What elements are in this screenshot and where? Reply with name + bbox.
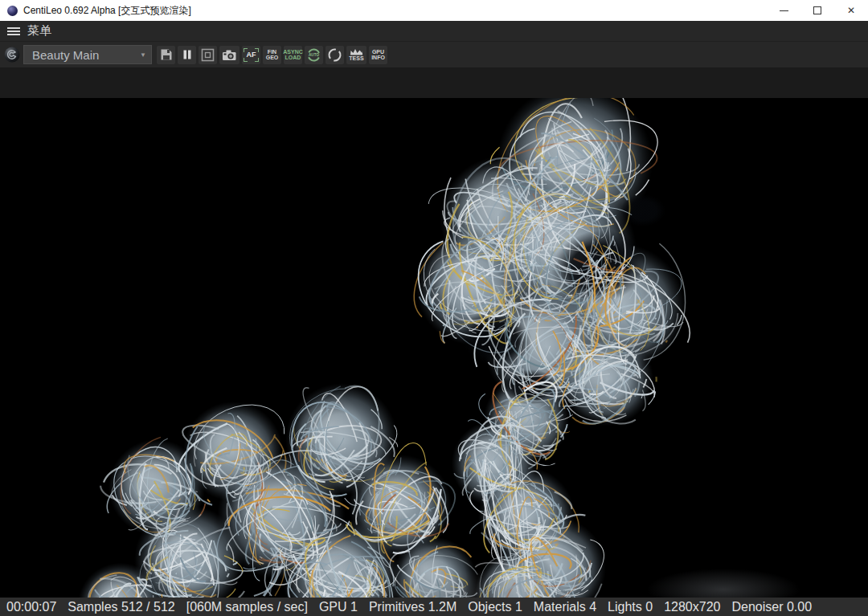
floppy-disk-icon <box>160 48 173 61</box>
status-denoiser: Denoiser 0.00 <box>731 600 812 614</box>
status-elapsed-time: 00:00:07 <box>6 600 56 614</box>
final-geometry-button[interactable]: FIN GEO <box>263 46 281 64</box>
chevron-down-icon: ▼ <box>140 51 146 59</box>
window-title: CentiLeo 0.692 Alpha [交互式预览渲染] <box>23 4 191 18</box>
auto-update-button[interactable]: AUTO <box>305 46 323 64</box>
autofocus-button[interactable]: AF <box>242 46 260 64</box>
status-samples: Samples 512 / 512 <box>68 600 174 614</box>
status-lights: Lights 0 <box>608 600 653 614</box>
title-bar: CentiLeo 0.692 Alpha [交互式预览渲染] ✕ <box>0 0 868 21</box>
status-materials: Materials 4 <box>534 600 596 614</box>
pause-icon <box>182 49 193 60</box>
minimize-icon <box>780 10 788 11</box>
svg-text:AUTO: AUTO <box>309 53 319 57</box>
maximize-button[interactable] <box>800 0 834 21</box>
toolbar-gap-strip <box>0 67 868 98</box>
status-primitives: Primitives 1.2M <box>369 600 457 614</box>
save-image-button[interactable] <box>157 46 175 64</box>
async-load-button[interactable]: ASYNC LOAD <box>284 46 302 64</box>
status-sample-rate: [060M samples / sec] <box>186 600 308 614</box>
sync-refresh-button[interactable] <box>326 46 344 64</box>
maximize-icon <box>813 6 821 14</box>
tessellation-button[interactable]: TESS <box>346 46 366 64</box>
crown-icon <box>350 48 363 55</box>
close-button[interactable]: ✕ <box>834 0 868 21</box>
render-pass-value: Beauty Main <box>32 48 140 62</box>
auto-refresh-icon: AUTO <box>306 47 321 63</box>
gpu-info-button[interactable]: GPU INFO <box>369 46 387 64</box>
autofocus-brackets-icon: AF <box>244 48 259 62</box>
menu-button[interactable]: 菜单 <box>27 23 51 39</box>
render-toolbar: Beauty Main ▼ <box>0 42 868 67</box>
camera-snapshot-button[interactable] <box>219 46 240 64</box>
rendered-image-thread-sculpture <box>0 98 868 598</box>
status-objects: Objects 1 <box>468 600 522 614</box>
hamburger-icon[interactable] <box>7 27 20 35</box>
app-icon <box>7 6 18 16</box>
render-pass-dropdown[interactable]: Beauty Main ▼ <box>23 45 152 64</box>
camera-icon <box>222 49 237 61</box>
status-gpu-count: GPU 1 <box>319 600 358 614</box>
minimize-button[interactable] <box>767 0 800 21</box>
render-viewport[interactable] <box>0 98 868 598</box>
render-region-button[interactable] <box>199 46 217 64</box>
region-icon <box>201 48 215 62</box>
status-bar: 00:00:07 Samples 512 / 512 [060M samples… <box>0 598 868 616</box>
menu-bar: 菜单 <box>0 21 868 42</box>
refresh-circle-icon <box>327 47 342 63</box>
centileo-window: CentiLeo 0.692 Alpha [交互式预览渲染] ✕ 菜单 Beau… <box>0 0 868 616</box>
centileo-logo-icon <box>4 47 20 63</box>
status-resolution: 1280x720 <box>664 600 720 614</box>
pause-render-button[interactable] <box>178 46 196 64</box>
